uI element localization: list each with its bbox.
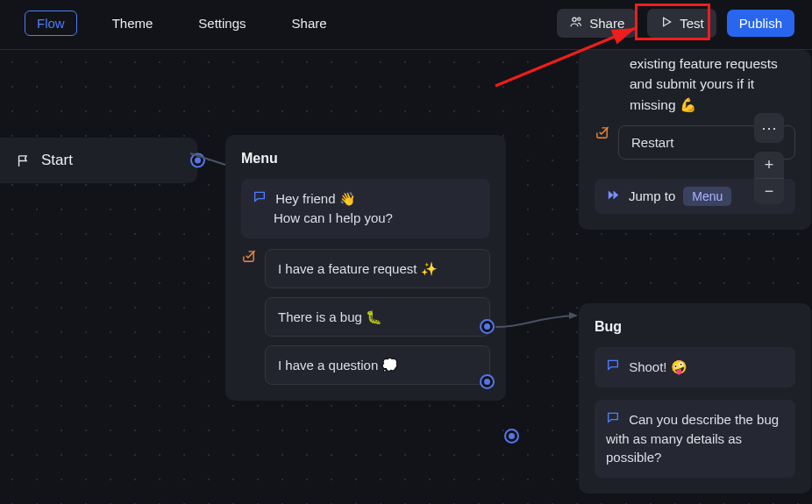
share-button-label: Share bbox=[589, 16, 624, 31]
tab-settings[interactable]: Settings bbox=[188, 11, 256, 36]
svg-point-0 bbox=[573, 18, 576, 21]
chat-icon bbox=[606, 410, 620, 429]
options-block: I have a feature request ✨ There is a bu… bbox=[241, 249, 490, 385]
chat-icon bbox=[606, 358, 620, 377]
option-feature-request[interactable]: I have a feature request ✨ bbox=[265, 249, 490, 288]
zoom-controls: + − bbox=[754, 152, 784, 204]
tab-share[interactable]: Share bbox=[281, 11, 338, 36]
port-option-feature[interactable] bbox=[480, 319, 495, 334]
topbar-actions: Share Test Publish bbox=[557, 9, 794, 38]
test-button-label: Test bbox=[680, 16, 704, 31]
port-option-bug[interactable] bbox=[480, 374, 495, 389]
message-line1: Hey friend 👋 bbox=[275, 191, 356, 206]
message-block[interactable]: Hey friend 👋 How can I help you? bbox=[241, 179, 490, 238]
bug-msg1: Shoot! 🤪 bbox=[629, 359, 687, 374]
people-icon bbox=[569, 15, 583, 32]
share-button[interactable]: Share bbox=[557, 9, 637, 38]
svg-marker-5 bbox=[609, 190, 614, 199]
message-block[interactable]: Shoot! 🤪 bbox=[595, 347, 795, 387]
top-bar: Flow Theme Settings Share Share Test Pub… bbox=[0, 0, 812, 46]
bug-msg2: Can you describe the bug with as many de… bbox=[606, 412, 779, 465]
canvas-controls: ⋯ + − bbox=[754, 113, 784, 204]
tab-theme[interactable]: Theme bbox=[102, 11, 164, 36]
port-option-question[interactable] bbox=[504, 429, 519, 444]
more-menu-button[interactable]: ⋯ bbox=[754, 113, 784, 143]
svg-marker-2 bbox=[664, 18, 671, 25]
message-block[interactable]: Can you describe the bug with as many de… bbox=[595, 400, 795, 478]
option-question[interactable]: I have a question 💭 bbox=[265, 345, 490, 385]
node-bug[interactable]: Bug Shoot! 🤪 Can you describe the bug wi… bbox=[579, 303, 811, 493]
flag-icon bbox=[16, 153, 31, 168]
publish-button[interactable]: Publish bbox=[727, 10, 794, 37]
svg-point-1 bbox=[578, 18, 581, 20]
nav-tabs: Flow Theme Settings Share bbox=[18, 11, 338, 36]
topbar-divider bbox=[0, 49, 812, 50]
option-bug[interactable]: There is a bug 🐛 bbox=[265, 297, 490, 337]
checkbox-icon bbox=[241, 249, 256, 385]
zoom-out-button[interactable]: − bbox=[754, 178, 784, 204]
node-menu[interactable]: Menu Hey friend 👋 How can I help you? I … bbox=[225, 135, 506, 401]
chat-icon bbox=[253, 189, 267, 209]
start-label: Start bbox=[41, 152, 73, 169]
port-out[interactable] bbox=[190, 153, 205, 168]
message-line2: How can I help you? bbox=[274, 210, 393, 225]
flow-canvas[interactable]: Start Menu Hey friend 👋 How can I help y… bbox=[0, 50, 812, 504]
tab-flow[interactable]: Flow bbox=[25, 11, 77, 36]
svg-marker-4 bbox=[569, 312, 578, 319]
node-title: Bug bbox=[595, 319, 795, 335]
publish-button-label: Publish bbox=[739, 16, 782, 31]
node-title: Menu bbox=[241, 151, 490, 167]
zoom-in-button[interactable]: + bbox=[754, 152, 784, 178]
svg-marker-6 bbox=[614, 190, 619, 199]
options-list: I have a feature request ✨ There is a bu… bbox=[265, 249, 490, 385]
jump-to-label: Jump to bbox=[629, 188, 675, 203]
play-icon bbox=[659, 15, 673, 32]
node-start[interactable]: Start bbox=[0, 138, 197, 183]
test-button[interactable]: Test bbox=[647, 9, 716, 38]
jump-target-badge: Menu bbox=[683, 187, 731, 206]
fast-forward-icon bbox=[606, 188, 621, 205]
checkbox-icon bbox=[595, 125, 609, 160]
